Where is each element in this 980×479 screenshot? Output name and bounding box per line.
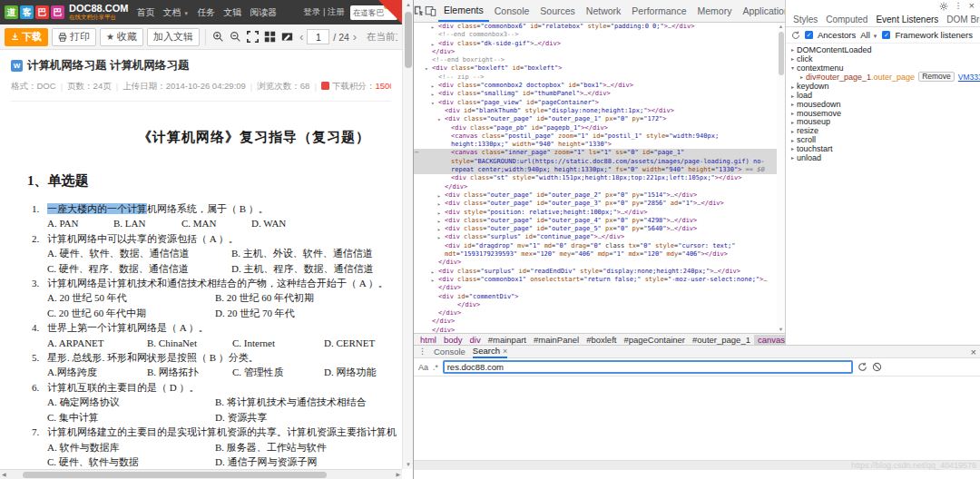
event-listener-row[interactable]: ▸click bbox=[786, 54, 980, 64]
code-line[interactable]: </div> bbox=[414, 318, 785, 326]
framework-listeners-checkbox[interactable]: ✓ bbox=[882, 31, 890, 39]
code-line[interactable]: <!-- zip --> bbox=[414, 73, 785, 82]
code-line[interactable]: ▸<div class="outer_page" id="outer_page_… bbox=[414, 200, 785, 208]
zoom-in-icon[interactable] bbox=[211, 30, 225, 44]
match-case-toggle[interactable]: Aa bbox=[418, 363, 428, 372]
next-page-icon[interactable]: › bbox=[353, 31, 357, 43]
expand-icon[interactable]: ▸ bbox=[437, 200, 441, 208]
expand-icon[interactable]: ▸ bbox=[437, 209, 441, 217]
expand-icon[interactable]: ▸ bbox=[431, 276, 435, 284]
event-listener-handler[interactable]: ▸div#outer_page_1.outer_pageRemoveVM333:… bbox=[786, 72, 980, 82]
search-scope-label[interactable]: 在当前文 bbox=[367, 31, 397, 44]
event-listener-row[interactable]: ▸scroll bbox=[786, 135, 980, 144]
breadcrumb-item[interactable]: #pageContainer bbox=[620, 335, 689, 345]
search-refresh-icon[interactable] bbox=[858, 362, 867, 372]
device-toolbar-icon[interactable] bbox=[425, 0, 436, 22]
breadcrumb-item[interactable]: canvas#page_1.inner_page bbox=[754, 335, 785, 345]
drawer-tab-console[interactable]: Console bbox=[434, 346, 466, 358]
sidebar-tab-computed[interactable]: Computed bbox=[826, 15, 867, 24]
code-line[interactable]: ▸<div class="surplus" id="continue_page"… bbox=[414, 233, 785, 241]
code-line[interactable]: <!--end commonbox3--> bbox=[414, 31, 785, 39]
tab-performance[interactable]: Performance bbox=[626, 0, 691, 22]
collapse-icon[interactable]: ▾ bbox=[425, 64, 428, 73]
add-to-collection-button[interactable]: 加入文辑 bbox=[147, 28, 200, 46]
refresh-listeners-icon[interactable] bbox=[791, 31, 800, 40]
drawer-menu-icon[interactable]: ⋮ bbox=[418, 347, 426, 356]
thumbnail-grid-icon[interactable] bbox=[263, 30, 277, 44]
tab-sources[interactable]: Sources bbox=[534, 0, 581, 22]
breadcrumb-item[interactable]: #outer_page_1 bbox=[689, 335, 754, 345]
drawer-close-icon[interactable]: × bbox=[971, 347, 976, 357]
inspect-element-icon[interactable] bbox=[414, 0, 425, 22]
scroll-right-icon[interactable]: ▶ bbox=[396, 471, 400, 477]
event-listener-row[interactable]: ▸mousedown bbox=[786, 100, 980, 109]
print-button[interactable]: 打印 bbox=[52, 28, 96, 46]
page-vertical-scrollbar[interactable]: ▲ ▼ bbox=[402, 0, 413, 469]
code-line[interactable]: <div class="page_pb" id="pagepb_1"></div… bbox=[414, 124, 785, 132]
event-listener-row[interactable]: ▾contextmenu bbox=[786, 64, 980, 73]
page-number-input[interactable] bbox=[307, 29, 329, 44]
sidebar-tab-event-listeners[interactable]: Event Listeners bbox=[876, 15, 938, 24]
remove-listener-button[interactable]: Remove bbox=[918, 72, 955, 82]
expand-icon[interactable]: ▸ bbox=[437, 233, 441, 241]
code-line[interactable]: ▾<div class="page_view" id="pageContaine… bbox=[414, 99, 785, 107]
horizontal-scroll-thumb[interactable] bbox=[23, 472, 327, 478]
code-line[interactable]: ▾<div class="boxleft" id="boxleft"> bbox=[414, 64, 785, 73]
prev-page-icon[interactable]: ‹ bbox=[299, 31, 303, 43]
code-line[interactable]: </div> bbox=[414, 301, 785, 309]
nav-item-2[interactable]: 文档 ▼ bbox=[162, 6, 189, 19]
devtools-menu-icon[interactable]: ⋮ bbox=[955, 2, 963, 10]
drawer-tab-search[interactable]: Search× bbox=[473, 346, 507, 358]
annotate-icon[interactable] bbox=[280, 30, 294, 44]
breadcrumb-item[interactable]: #mainpart bbox=[485, 335, 530, 345]
tab-memory[interactable]: Memory bbox=[691, 0, 737, 22]
event-listener-row[interactable]: ▸unload bbox=[786, 153, 980, 162]
devtools-close-icon[interactable]: × bbox=[969, 1, 975, 11]
ancestors-checkbox[interactable]: ✓ bbox=[805, 31, 813, 39]
expand-icon[interactable]: ▸ bbox=[431, 40, 435, 48]
listener-source-link[interactable]: VM333:1 bbox=[958, 73, 980, 82]
code-line[interactable]: <canvas class="postil_page" zoom="1" id=… bbox=[414, 132, 785, 150]
page-horizontal-scrollbar[interactable]: ◀ ▶ bbox=[0, 469, 402, 479]
clear-search-icon[interactable] bbox=[872, 362, 882, 372]
tab-console[interactable]: Console bbox=[489, 0, 535, 22]
code-line[interactable]: </div> bbox=[414, 48, 785, 56]
nav-item-5[interactable]: 阅读器 bbox=[250, 6, 277, 19]
expand-icon[interactable]: ▸ bbox=[431, 90, 435, 98]
code-line[interactable]: <!--end boxright--> bbox=[414, 56, 785, 64]
code-scroll-down-icon[interactable]: ▼ bbox=[777, 327, 785, 332]
code-line[interactable]: </div> bbox=[414, 183, 785, 191]
listener-filter-dropdown[interactable]: All ▼ bbox=[860, 30, 877, 40]
expand-icon[interactable]: ▸ bbox=[431, 268, 435, 276]
tab-elements[interactable]: Elements bbox=[438, 0, 489, 22]
download-button[interactable]: 下载 bbox=[5, 28, 48, 46]
code-line[interactable]: ▸<div class="outer_page" id="outer_page_… bbox=[414, 217, 785, 225]
sidebar-tab-styles[interactable]: Styles bbox=[793, 15, 818, 24]
collapse-icon[interactable]: ▾ bbox=[431, 99, 435, 107]
code-scroll-up-icon[interactable]: ▲ bbox=[777, 24, 785, 29]
breadcrumb-item[interactable]: div bbox=[466, 335, 485, 345]
brand-block[interactable]: DOC88.COM 在线文档分享平台 bbox=[69, 4, 128, 21]
expand-icon[interactable]: ▸ bbox=[437, 217, 441, 225]
tab-network[interactable]: Network bbox=[581, 0, 627, 22]
nav-item-3[interactable]: 任务 bbox=[197, 6, 215, 19]
code-line[interactable]: ▸<div class="dk-side-gif">…</div> bbox=[414, 40, 785, 48]
scroll-left-icon[interactable]: ◀ bbox=[2, 471, 6, 477]
nav-item-1[interactable]: 首页 bbox=[136, 6, 154, 19]
regex-toggle[interactable]: .* bbox=[433, 363, 438, 372]
breadcrumb-item[interactable]: #boxleft bbox=[583, 335, 620, 345]
fullscreen-icon[interactable] bbox=[246, 30, 260, 44]
code-line[interactable]: ▸<div class="smallimg" id="thumbPanel">…… bbox=[414, 90, 785, 98]
event-listener-row[interactable]: ▸load bbox=[786, 91, 980, 100]
code-scroll-thumb[interactable] bbox=[779, 32, 784, 75]
vertical-scroll-thumb[interactable] bbox=[405, 12, 412, 68]
code-line[interactable]: ▸<div class="commonbox6" id="relatebox" … bbox=[414, 23, 785, 31]
event-listener-row[interactable]: ▸mousemove bbox=[786, 109, 980, 118]
event-listener-row[interactable]: ▸mouseup bbox=[786, 118, 980, 127]
login-register-links[interactable]: 登录 | 注册 bbox=[303, 6, 345, 18]
code-line[interactable]: <div class="st" style="width:151px;heigh… bbox=[414, 174, 785, 182]
favorite-button[interactable]: ★ 收藏 bbox=[100, 28, 143, 46]
zoom-out-icon[interactable] bbox=[229, 30, 242, 44]
collapse-icon[interactable]: ▾ bbox=[437, 115, 441, 123]
elements-scrollbar[interactable]: ▲ ▼ bbox=[777, 23, 785, 333]
